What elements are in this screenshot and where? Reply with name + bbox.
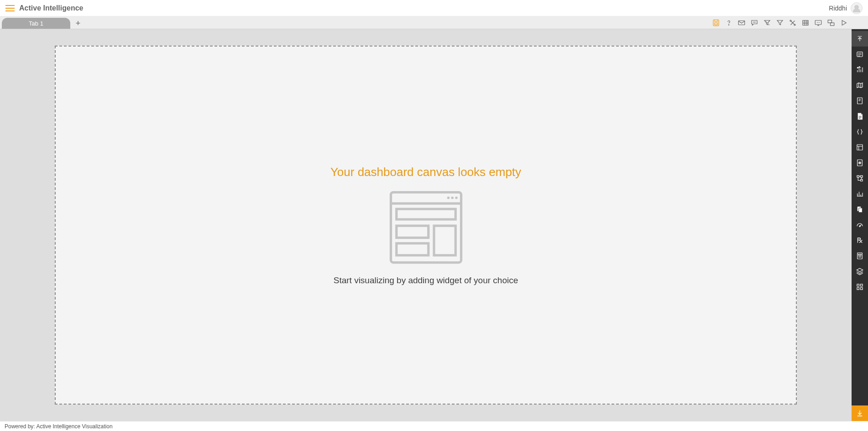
canvas-empty-title: Your dashboard canvas looks empty bbox=[330, 165, 521, 179]
bar-widget-icon[interactable] bbox=[852, 186, 868, 202]
svg-rect-6 bbox=[803, 21, 808, 26]
svg-rect-9 bbox=[831, 23, 834, 26]
play-icon[interactable] bbox=[839, 18, 849, 28]
canvas-empty-subtitle: Start visualizing by adding widget of yo… bbox=[334, 275, 518, 286]
card-widget-icon[interactable] bbox=[852, 140, 868, 155]
svg-rect-15 bbox=[396, 209, 455, 219]
report-widget-icon[interactable] bbox=[852, 248, 868, 264]
svg-rect-28 bbox=[861, 176, 863, 177]
add-tab-button[interactable]: + bbox=[72, 18, 84, 29]
user-area[interactable]: Riddhi bbox=[829, 2, 863, 14]
svg-rect-8 bbox=[828, 20, 831, 23]
comment-icon[interactable] bbox=[749, 18, 759, 28]
collapse-panel-icon[interactable] bbox=[852, 31, 868, 47]
tabstrip: Tab 1 + bbox=[0, 16, 868, 29]
footer: Powered by: Active Intelligence Visualiz… bbox=[0, 421, 868, 431]
svg-rect-37 bbox=[857, 288, 859, 290]
footer-text: Powered by: Active Intelligence Visualiz… bbox=[5, 423, 113, 430]
svg-rect-3 bbox=[738, 21, 745, 25]
grid-icon[interactable] bbox=[800, 18, 810, 28]
svg-rect-16 bbox=[396, 226, 428, 238]
tab-label: Tab 1 bbox=[29, 20, 43, 27]
svg-rect-31 bbox=[859, 208, 863, 213]
svg-rect-23 bbox=[857, 145, 863, 150]
canvas-wrap: Your dashboard canvas looks empty Start … bbox=[0, 29, 852, 421]
svg-rect-29 bbox=[861, 179, 863, 181]
svg-point-13 bbox=[451, 196, 454, 199]
app-header: Active Intelligence Riddhi bbox=[0, 0, 868, 16]
svg-rect-7 bbox=[815, 21, 821, 25]
form-widget-icon[interactable] bbox=[852, 47, 868, 62]
svg-point-14 bbox=[455, 196, 458, 199]
toolbar bbox=[711, 18, 868, 29]
formula-widget-icon[interactable] bbox=[852, 93, 868, 109]
map-widget-icon[interactable] bbox=[852, 78, 868, 93]
rx-widget-icon[interactable] bbox=[852, 233, 868, 248]
empty-dashboard-icon bbox=[386, 187, 466, 267]
avatar[interactable] bbox=[851, 2, 863, 14]
media-widget-icon[interactable] bbox=[852, 155, 868, 171]
dashboard-canvas[interactable]: Your dashboard canvas looks empty Start … bbox=[55, 46, 797, 405]
layers-widget-icon[interactable] bbox=[852, 264, 868, 279]
svg-rect-38 bbox=[861, 288, 863, 290]
tools-icon[interactable] bbox=[788, 18, 798, 28]
svg-rect-1 bbox=[715, 23, 717, 25]
save-icon[interactable] bbox=[711, 18, 721, 28]
document-widget-icon[interactable] bbox=[852, 109, 868, 124]
svg-rect-27 bbox=[857, 176, 859, 177]
svg-point-26 bbox=[859, 162, 860, 163]
app-title: Active Intelligence bbox=[19, 4, 84, 12]
download-icon[interactable] bbox=[852, 405, 868, 421]
hierarchy-widget-icon[interactable] bbox=[852, 171, 868, 186]
screen-icon[interactable] bbox=[813, 18, 823, 28]
svg-point-12 bbox=[447, 196, 450, 199]
plus-icon: + bbox=[76, 19, 81, 28]
mail-icon[interactable] bbox=[737, 18, 747, 28]
copy-widget-icon[interactable] bbox=[852, 202, 868, 217]
filter-cancel-icon[interactable] bbox=[762, 18, 772, 28]
svg-point-2 bbox=[728, 25, 729, 25]
widget-rail bbox=[852, 29, 868, 421]
svg-rect-35 bbox=[857, 284, 859, 286]
svg-rect-18 bbox=[434, 226, 455, 255]
apps-widget-icon[interactable] bbox=[852, 279, 868, 295]
svg-rect-17 bbox=[396, 243, 428, 255]
filter-icon[interactable] bbox=[775, 18, 785, 28]
menu-icon[interactable] bbox=[5, 5, 15, 11]
tab-1[interactable]: Tab 1 bbox=[2, 18, 70, 29]
gauge-widget-icon[interactable] bbox=[852, 217, 868, 233]
chart-widget-icon[interactable] bbox=[852, 62, 868, 78]
user-name: Riddhi bbox=[829, 5, 847, 12]
svg-rect-34 bbox=[858, 254, 861, 255]
main-area: Your dashboard canvas looks empty Start … bbox=[0, 29, 868, 421]
svg-rect-33 bbox=[858, 253, 863, 259]
code-widget-icon[interactable] bbox=[852, 124, 868, 140]
svg-rect-36 bbox=[861, 284, 863, 286]
help-icon[interactable] bbox=[724, 18, 734, 28]
layout-icon[interactable] bbox=[826, 18, 836, 28]
